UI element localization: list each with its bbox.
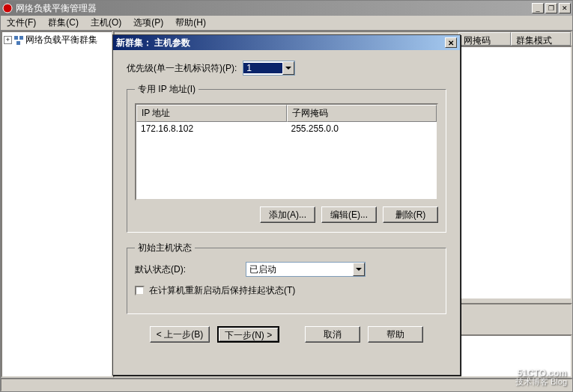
dialog-title-bar[interactable]: 新群集： 主机参数 ✕ [113, 35, 460, 50]
help-button[interactable]: 帮助 [368, 326, 423, 343]
tree-panel[interactable]: + 网络负载平衡群集 [1, 31, 113, 378]
menu-help[interactable]: 帮助(H) [169, 15, 212, 31]
chevron-down-icon[interactable] [282, 61, 294, 75]
window-controls: _ ❐ ✕ [532, 3, 571, 13]
ip-cell-subnet: 255.255.0.0 [287, 123, 437, 134]
window-title: 网络负载平衡管理器 [16, 2, 532, 15]
state-group-legend: 初始主机状态 [135, 242, 195, 254]
menu-cluster[interactable]: 群集(C) [42, 15, 85, 31]
wizard-buttons: < 上一步(B) 下一步(N) > 取消 帮助 [127, 326, 446, 343]
dialog-title: 新群集： 主机参数 [116, 37, 445, 49]
retain-row: 在计算机重新启动后保持挂起状态(T) [135, 284, 438, 297]
priority-label: 优先级(单一主机标识符)(P): [127, 62, 237, 75]
status-cell [1, 379, 572, 391]
cancel-button[interactable]: 取消 [305, 326, 360, 343]
menu-options[interactable]: 选项(P) [127, 15, 169, 31]
tree-root-node[interactable]: + 网络负载平衡群集 [4, 34, 110, 46]
state-label: 默认状态(D): [135, 263, 240, 276]
ip-cell-address: 172.16.8.102 [136, 123, 287, 134]
next-button[interactable]: 下一步(N) > [217, 326, 279, 343]
initial-state-group: 初始主机状态 默认状态(D): 已启动 在计算机重新启动后保持挂起状态(T) [127, 242, 446, 314]
state-row: 默认状态(D): 已启动 [135, 262, 438, 277]
state-value: 已启动 [246, 263, 353, 276]
priority-value: 1 [243, 63, 282, 73]
svg-rect-2 [19, 36, 23, 40]
remove-button[interactable]: 删除(R) [383, 206, 438, 223]
menu-host[interactable]: 主机(O) [85, 15, 127, 31]
retain-label: 在计算机重新启动后保持挂起状态(T) [149, 284, 295, 297]
menu-file[interactable]: 文件(F) [1, 15, 42, 31]
tree-expand-icon[interactable]: + [4, 36, 12, 44]
retain-checkbox[interactable] [135, 286, 145, 295]
ip-table[interactable]: IP 地址 子网掩码 172.16.8.102 255.255.0.0 [135, 103, 438, 200]
priority-dropdown[interactable]: 1 [243, 61, 295, 76]
tree-root-label: 网络负载平衡群集 [25, 34, 97, 46]
col-mode[interactable]: 群集模式 [511, 32, 571, 46]
priority-row: 优先级(单一主机标识符)(P): 1 [127, 61, 446, 76]
edit-button[interactable]: 编辑(E)... [321, 206, 377, 223]
state-dropdown[interactable]: 已启动 [246, 262, 366, 277]
menu-bar: 文件(F) 群集(C) 主机(O) 选项(P) 帮助(H) [1, 16, 572, 31]
cluster-icon [13, 35, 24, 46]
status-bar [1, 378, 572, 391]
back-button[interactable]: < 上一步(B) [150, 326, 210, 343]
ip-col-address[interactable]: IP 地址 [136, 105, 287, 122]
chevron-down-icon[interactable] [353, 263, 365, 276]
add-button[interactable]: 添加(A)... [260, 206, 315, 223]
ip-address-group: 专用 IP 地址(I) IP 地址 子网掩码 172.16.8.102 255.… [127, 83, 446, 233]
svg-rect-1 [14, 36, 18, 40]
ip-col-subnet[interactable]: 子网掩码 [287, 105, 437, 122]
app-icon [2, 3, 13, 13]
close-button[interactable]: ✕ [559, 3, 571, 13]
title-bar: 网络负载平衡管理器 _ ❐ ✕ [1, 1, 572, 16]
restore-button[interactable]: ❐ [545, 3, 557, 13]
dialog-close-button[interactable]: ✕ [445, 37, 457, 48]
minimize-button[interactable]: _ [532, 3, 544, 13]
col-subnet[interactable]: 网掩码 [458, 32, 511, 46]
ip-table-header: IP 地址 子网掩码 [136, 105, 437, 122]
dialog-body: 优先级(单一主机标识符)(P): 1 专用 IP 地址(I) IP 地址 子网掩… [113, 50, 460, 353]
ip-group-legend: 专用 IP 地址(I) [135, 83, 198, 96]
ip-buttons: 添加(A)... 编辑(E)... 删除(R) [135, 206, 438, 223]
svg-point-0 [3, 4, 12, 13]
host-params-dialog: 新群集： 主机参数 ✕ 优先级(单一主机标识符)(P): 1 专用 IP 地址(… [112, 34, 461, 376]
svg-rect-3 [16, 41, 20, 45]
ip-table-row[interactable]: 172.16.8.102 255.255.0.0 [136, 122, 437, 135]
